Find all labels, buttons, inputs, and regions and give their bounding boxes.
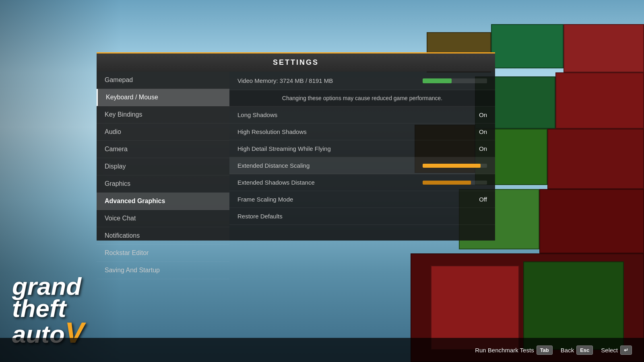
extended-distance-scaling-label: Extended Distance Scaling (237, 162, 310, 169)
sidebar-item-voice-chat[interactable]: Voice Chat (97, 210, 229, 227)
settings-nav: Gamepad Keyboard / Mouse Key Bindings Au… (97, 72, 229, 241)
sidebar-item-key-bindings[interactable]: Key Bindings (97, 106, 229, 123)
gta-logo: grand theft autoV (12, 275, 84, 346)
back-action[interactable]: Back Esc (561, 346, 593, 355)
extended-distance-fill (423, 164, 481, 168)
extended-shadows-distance-label: Extended Shadows Distance (237, 179, 315, 186)
sidebar-item-gamepad[interactable]: Gamepad (97, 72, 229, 89)
extended-shadows-slider[interactable] (423, 181, 487, 185)
high-detail-streaming-label: High Detail Streaming While Flying (237, 145, 331, 152)
setting-extended-shadows-distance[interactable]: Extended Shadows Distance (229, 174, 495, 191)
select-label: Select (601, 347, 618, 354)
setting-extended-distance-scaling[interactable]: Extended Distance Scaling (229, 157, 495, 174)
select-key: ↵ (620, 346, 632, 355)
performance-warning: Changing these options may cause reduced… (229, 90, 495, 107)
extended-shadows-fill (423, 181, 471, 185)
sidebar-item-notifications[interactable]: Notifications (97, 227, 229, 245)
video-memory-row: Video Memory: 3724 MB / 8191 MB (229, 72, 495, 90)
high-res-shadows-label: High Resolution Shadows (237, 128, 307, 135)
memory-fill (423, 78, 452, 83)
setting-frame-scaling-mode[interactable]: Frame Scaling Mode Off (229, 191, 495, 208)
sidebar-item-saving-startup[interactable]: Saving And Startup (97, 262, 229, 279)
setting-restore-defaults[interactable]: Restore Defaults (229, 208, 495, 225)
memory-progress-bar (423, 78, 487, 83)
restore-defaults-label: Restore Defaults (237, 213, 283, 220)
frame-scaling-label: Frame Scaling Mode (237, 196, 293, 203)
bottom-bar: Run Benchmark Tests Tab Back Esc Select … (0, 338, 644, 362)
sidebar-item-camera[interactable]: Camera (97, 141, 229, 158)
setting-high-detail-streaming[interactable]: High Detail Streaming While Flying On (229, 140, 495, 157)
sidebar-item-audio[interactable]: Audio (97, 123, 229, 141)
long-shadows-value: On (479, 111, 487, 118)
back-label: Back (561, 347, 574, 354)
run-benchmark-label: Run Benchmark Tests (475, 347, 534, 354)
settings-panel: SETTINGS Gamepad Keyboard / Mouse Key Bi… (97, 52, 495, 241)
sidebar-item-keyboard-mouse[interactable]: Keyboard / Mouse (97, 89, 229, 106)
long-shadows-label: Long Shadows (237, 111, 277, 118)
run-benchmark-key: Tab (537, 346, 553, 355)
setting-high-res-shadows[interactable]: High Resolution Shadows On (229, 123, 495, 140)
settings-title-bar: SETTINGS (97, 52, 495, 72)
run-benchmark-action[interactable]: Run Benchmark Tests Tab (475, 346, 553, 355)
frame-scaling-value: Off (479, 196, 487, 203)
settings-content: Video Memory: 3724 MB / 8191 MB Changing… (229, 72, 495, 241)
settings-title: SETTINGS (273, 58, 319, 66)
sidebar-item-rockstar-editor[interactable]: Rockstar Editor (97, 245, 229, 262)
logo-line1: grand (12, 275, 84, 298)
video-memory-label: Video Memory: 3724 MB / 8191 MB (237, 77, 333, 84)
back-key: Esc (576, 346, 593, 355)
setting-long-shadows[interactable]: Long Shadows On (229, 107, 495, 123)
high-detail-streaming-value: On (479, 145, 487, 152)
sidebar-item-advanced-graphics[interactable]: Advanced Graphics (97, 193, 229, 210)
extended-distance-slider[interactable] (423, 164, 487, 168)
sidebar-item-display[interactable]: Display (97, 158, 229, 175)
high-res-shadows-value: On (479, 128, 487, 135)
sidebar-item-graphics[interactable]: Graphics (97, 175, 229, 193)
select-action[interactable]: Select ↵ (601, 346, 632, 355)
